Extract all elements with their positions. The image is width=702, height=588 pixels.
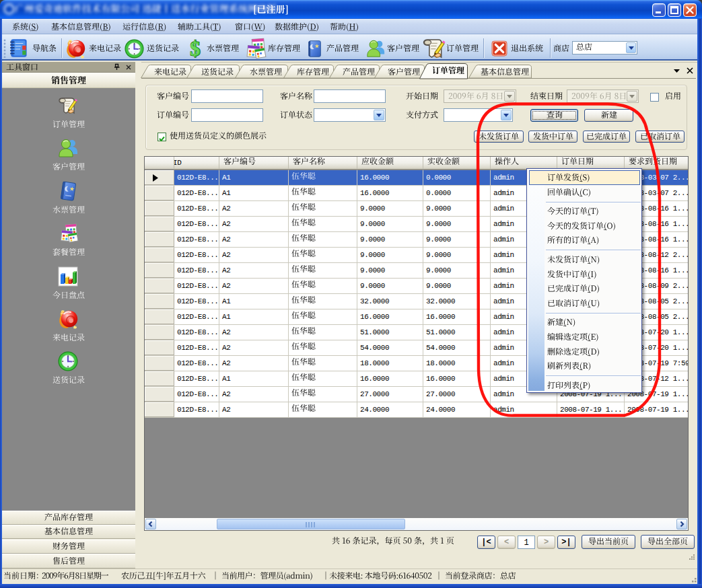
svg-text:$: $ (190, 39, 200, 58)
